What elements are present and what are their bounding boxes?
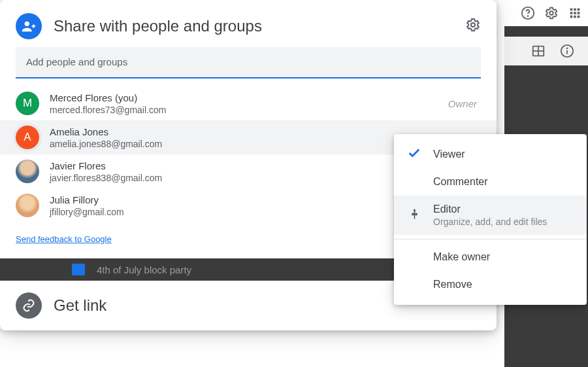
- dialog-title: Share with people and groups: [54, 17, 453, 35]
- background-row-text: 4th of July block party: [97, 264, 191, 275]
- svg-rect-8: [578, 12, 580, 14]
- link-icon: [16, 292, 42, 319]
- avatar: [16, 194, 39, 217]
- role-owner-label: Owner: [448, 98, 477, 109]
- calendar-icon: [72, 264, 85, 275]
- dialog-header: Share with people and groups: [0, 0, 497, 47]
- svg-point-19: [471, 23, 475, 27]
- dropdown-item-make-owner[interactable]: Make owner: [394, 243, 587, 271]
- svg-point-1: [528, 16, 529, 16]
- add-people-field[interactable]: [16, 47, 481, 79]
- dropdown-label: Commenter: [433, 176, 488, 188]
- dropdown-label: Make owner: [433, 251, 490, 263]
- send-feedback-link[interactable]: Send feedback to Google: [16, 234, 112, 244]
- info-icon[interactable]: [559, 43, 575, 59]
- person-add-icon: [16, 13, 42, 39]
- person-info: Merced Flores (you) merced.flores73@gmai…: [50, 92, 438, 115]
- apps-grid-icon[interactable]: [567, 5, 583, 21]
- svg-rect-11: [578, 16, 580, 18]
- dropdown-label: Editor: [433, 203, 547, 215]
- avatar: A: [16, 126, 39, 149]
- dropdown-item-remove[interactable]: Remove: [394, 271, 587, 298]
- dropdown-item-commenter[interactable]: Commenter: [394, 168, 587, 196]
- svg-point-17: [567, 48, 568, 48]
- svg-rect-3: [570, 9, 573, 11]
- svg-rect-5: [578, 9, 580, 11]
- role-dropdown: Viewer Commenter Editor Organize, add, a…: [394, 134, 587, 305]
- grid-view-icon[interactable]: [531, 43, 546, 59]
- dropdown-item-viewer[interactable]: Viewer: [394, 141, 587, 168]
- dropdown-sublabel: Organize, add, and edit files: [433, 217, 547, 227]
- share-settings-button[interactable]: [465, 17, 481, 35]
- svg-rect-6: [570, 12, 573, 14]
- get-link-title: Get link: [54, 296, 106, 315]
- svg-rect-9: [570, 16, 573, 18]
- person-name: Merced Flores (you): [50, 92, 438, 103]
- dropdown-label: Viewer: [433, 149, 465, 160]
- svg-rect-10: [574, 16, 576, 18]
- avatar: [16, 160, 39, 183]
- dropdown-label: Remove: [433, 279, 472, 290]
- cursor-icon: [410, 207, 423, 223]
- avatar: M: [16, 92, 39, 115]
- background-toolbar-secondary: [504, 37, 588, 65]
- person-row-owner: M Merced Flores (you) merced.flores73@gm…: [0, 86, 497, 120]
- dropdown-separator: [394, 239, 587, 239]
- background-toolbar: [504, 0, 588, 26]
- svg-rect-7: [574, 12, 576, 14]
- add-people-input[interactable]: [26, 56, 470, 67]
- check-icon: [407, 146, 421, 163]
- dropdown-item-editor[interactable]: Editor Organize, add, and edit files: [394, 196, 587, 235]
- settings-gear-icon[interactable]: [544, 5, 559, 21]
- svg-point-18: [25, 22, 29, 26]
- svg-point-2: [549, 11, 553, 15]
- svg-rect-4: [574, 9, 576, 11]
- person-email: merced.flores73@gmail.com: [50, 105, 438, 115]
- help-icon[interactable]: [520, 5, 536, 21]
